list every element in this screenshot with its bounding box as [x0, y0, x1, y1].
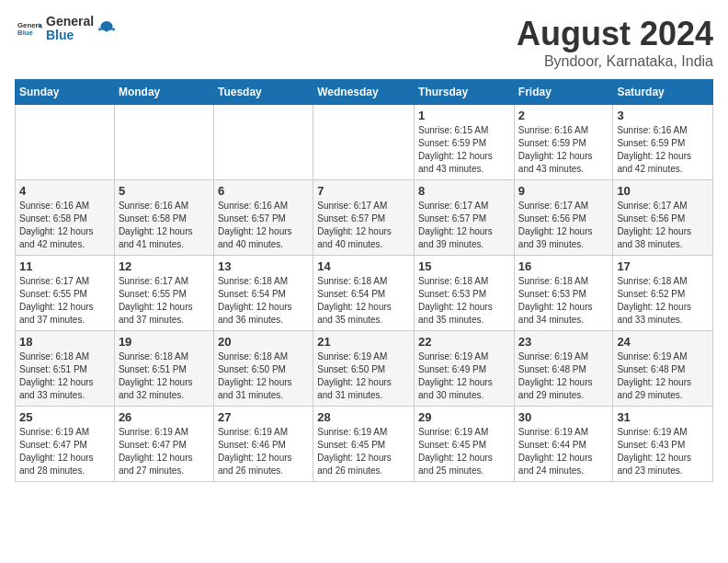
- day-number: 10: [617, 184, 709, 198]
- calendar-cell: 23Sunrise: 6:19 AMSunset: 6:48 PMDayligh…: [514, 331, 613, 407]
- day-number: 31: [617, 410, 709, 424]
- day-info: Sunrise: 6:18 AMSunset: 6:54 PMDaylight:…: [218, 275, 309, 327]
- calendar-cell: 29Sunrise: 6:19 AMSunset: 6:45 PMDayligh…: [415, 407, 515, 482]
- day-info: Sunrise: 6:19 AMSunset: 6:49 PMDaylight:…: [418, 350, 510, 402]
- calendar-table: SundayMondayTuesdayWednesdayThursdayFrid…: [15, 79, 713, 482]
- logo-blue: Blue: [46, 29, 94, 42]
- day-info: Sunrise: 6:18 AMSunset: 6:53 PMDaylight:…: [518, 275, 609, 327]
- header-thursday: Thursday: [415, 80, 515, 105]
- calendar-week-row: 1Sunrise: 6:15 AMSunset: 6:59 PMDaylight…: [16, 105, 713, 180]
- calendar-cell: 7Sunrise: 6:17 AMSunset: 6:57 PMDaylight…: [313, 180, 415, 256]
- day-info: Sunrise: 6:17 AMSunset: 6:56 PMDaylight:…: [518, 200, 609, 251]
- day-info: Sunrise: 6:19 AMSunset: 6:48 PMDaylight:…: [617, 350, 709, 402]
- svg-text:Blue: Blue: [17, 29, 34, 38]
- calendar-cell: 6Sunrise: 6:16 AMSunset: 6:57 PMDaylight…: [213, 180, 313, 256]
- day-number: 1: [418, 109, 510, 122]
- calendar-week-row: 4Sunrise: 6:16 AMSunset: 6:58 PMDaylight…: [16, 180, 713, 256]
- day-number: 5: [119, 184, 210, 198]
- day-info: Sunrise: 6:15 AMSunset: 6:59 PMDaylight:…: [418, 124, 510, 176]
- calendar-cell: 16Sunrise: 6:18 AMSunset: 6:53 PMDayligh…: [514, 256, 613, 331]
- header-monday: Monday: [114, 80, 213, 105]
- day-number: 13: [218, 259, 309, 273]
- calendar-cell: 21Sunrise: 6:19 AMSunset: 6:50 PMDayligh…: [313, 331, 415, 407]
- logo: General Blue General Blue: [15, 15, 116, 43]
- day-info: Sunrise: 6:19 AMSunset: 6:47 PMDaylight:…: [19, 426, 110, 477]
- calendar-cell: 26Sunrise: 6:19 AMSunset: 6:47 PMDayligh…: [114, 407, 213, 482]
- day-info: Sunrise: 6:17 AMSunset: 6:57 PMDaylight:…: [418, 200, 510, 251]
- day-number: 9: [518, 184, 609, 198]
- calendar-cell: 3Sunrise: 6:16 AMSunset: 6:59 PMDaylight…: [613, 105, 713, 180]
- day-info: Sunrise: 6:19 AMSunset: 6:48 PMDaylight:…: [518, 350, 609, 402]
- day-number: 20: [218, 335, 309, 349]
- day-number: 6: [218, 184, 309, 198]
- day-info: Sunrise: 6:16 AMSunset: 6:57 PMDaylight:…: [218, 200, 309, 251]
- day-info: Sunrise: 6:19 AMSunset: 6:43 PMDaylight:…: [617, 426, 709, 477]
- calendar-cell: [313, 105, 415, 180]
- day-number: 17: [617, 259, 709, 273]
- day-number: 14: [317, 259, 410, 273]
- day-info: Sunrise: 6:17 AMSunset: 6:57 PMDaylight:…: [317, 200, 410, 251]
- day-info: Sunrise: 6:19 AMSunset: 6:50 PMDaylight:…: [317, 350, 410, 402]
- day-info: Sunrise: 6:18 AMSunset: 6:53 PMDaylight:…: [418, 275, 510, 327]
- day-info: Sunrise: 6:17 AMSunset: 6:56 PMDaylight:…: [617, 200, 709, 251]
- day-number: 28: [317, 410, 410, 424]
- calendar-cell: 31Sunrise: 6:19 AMSunset: 6:43 PMDayligh…: [613, 407, 713, 482]
- calendar-cell: 12Sunrise: 6:17 AMSunset: 6:55 PMDayligh…: [114, 256, 213, 331]
- day-number: 25: [19, 410, 110, 424]
- day-number: 7: [317, 184, 410, 198]
- calendar-cell: 5Sunrise: 6:16 AMSunset: 6:58 PMDaylight…: [114, 180, 213, 256]
- day-number: 4: [19, 184, 110, 198]
- day-info: Sunrise: 6:16 AMSunset: 6:58 PMDaylight:…: [119, 200, 210, 251]
- calendar-week-row: 25Sunrise: 6:19 AMSunset: 6:47 PMDayligh…: [16, 407, 713, 482]
- calendar-cell: 24Sunrise: 6:19 AMSunset: 6:48 PMDayligh…: [613, 331, 713, 407]
- day-info: Sunrise: 6:19 AMSunset: 6:46 PMDaylight:…: [218, 426, 309, 477]
- calendar-cell: 25Sunrise: 6:19 AMSunset: 6:47 PMDayligh…: [16, 407, 115, 482]
- day-number: 27: [218, 410, 309, 424]
- day-number: 11: [19, 259, 110, 273]
- day-info: Sunrise: 6:19 AMSunset: 6:45 PMDaylight:…: [418, 426, 510, 477]
- calendar-cell: 27Sunrise: 6:19 AMSunset: 6:46 PMDayligh…: [213, 407, 313, 482]
- day-number: 26: [119, 410, 210, 424]
- calendar-cell: [213, 105, 313, 180]
- calendar-cell: 8Sunrise: 6:17 AMSunset: 6:57 PMDaylight…: [415, 180, 515, 256]
- calendar-cell: 2Sunrise: 6:16 AMSunset: 6:59 PMDaylight…: [514, 105, 613, 180]
- header-friday: Friday: [514, 80, 613, 105]
- calendar-cell: 15Sunrise: 6:18 AMSunset: 6:53 PMDayligh…: [415, 256, 515, 331]
- calendar-week-row: 11Sunrise: 6:17 AMSunset: 6:55 PMDayligh…: [16, 256, 713, 331]
- header-wednesday: Wednesday: [313, 80, 415, 105]
- day-number: 24: [617, 335, 709, 349]
- calendar-cell: 14Sunrise: 6:18 AMSunset: 6:54 PMDayligh…: [313, 256, 415, 331]
- day-number: 19: [119, 335, 210, 349]
- header: General Blue General Blue August 2024 By…: [15, 15, 713, 70]
- calendar-cell: 9Sunrise: 6:17 AMSunset: 6:56 PMDaylight…: [514, 180, 613, 256]
- calendar-cell: 19Sunrise: 6:18 AMSunset: 6:51 PMDayligh…: [114, 331, 213, 407]
- calendar-cell: [114, 105, 213, 180]
- logo-bird-icon: [97, 19, 116, 38]
- day-info: Sunrise: 6:17 AMSunset: 6:55 PMDaylight:…: [19, 275, 110, 327]
- calendar-cell: 22Sunrise: 6:19 AMSunset: 6:49 PMDayligh…: [415, 331, 515, 407]
- logo-general: General: [46, 15, 94, 29]
- day-number: 30: [518, 410, 609, 424]
- calendar-week-row: 18Sunrise: 6:18 AMSunset: 6:51 PMDayligh…: [16, 331, 713, 407]
- calendar-cell: 18Sunrise: 6:18 AMSunset: 6:51 PMDayligh…: [16, 331, 115, 407]
- day-number: 23: [518, 335, 609, 349]
- calendar-cell: 4Sunrise: 6:16 AMSunset: 6:58 PMDaylight…: [16, 180, 115, 256]
- day-info: Sunrise: 6:18 AMSunset: 6:54 PMDaylight:…: [317, 275, 410, 327]
- day-number: 22: [418, 335, 510, 349]
- day-info: Sunrise: 6:16 AMSunset: 6:59 PMDaylight:…: [518, 124, 609, 176]
- header-sunday: Sunday: [16, 80, 115, 105]
- day-number: 15: [418, 259, 510, 273]
- logo-icon: General Blue: [15, 20, 42, 37]
- day-number: 2: [518, 109, 609, 122]
- calendar-cell: 17Sunrise: 6:18 AMSunset: 6:52 PMDayligh…: [613, 256, 713, 331]
- location-title: Byndoor, Karnataka, India: [517, 53, 713, 70]
- calendar-cell: 11Sunrise: 6:17 AMSunset: 6:55 PMDayligh…: [16, 256, 115, 331]
- day-number: 3: [617, 109, 709, 122]
- day-number: 16: [518, 259, 609, 273]
- day-info: Sunrise: 6:18 AMSunset: 6:50 PMDaylight:…: [218, 350, 309, 402]
- day-number: 8: [418, 184, 510, 198]
- day-info: Sunrise: 6:19 AMSunset: 6:47 PMDaylight:…: [119, 426, 210, 477]
- day-info: Sunrise: 6:19 AMSunset: 6:45 PMDaylight:…: [317, 426, 410, 477]
- day-info: Sunrise: 6:17 AMSunset: 6:55 PMDaylight:…: [119, 275, 210, 327]
- day-info: Sunrise: 6:19 AMSunset: 6:44 PMDaylight:…: [518, 426, 609, 477]
